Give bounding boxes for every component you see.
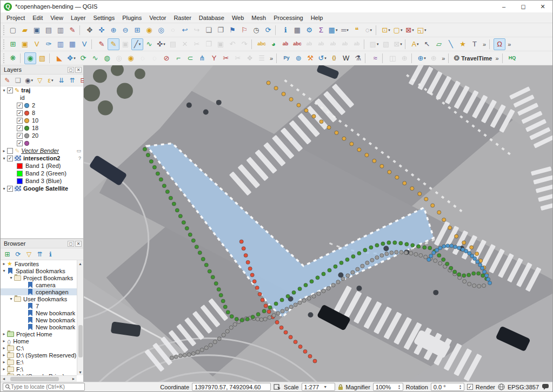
menu-project[interactable]: Project	[3, 13, 29, 22]
visibility-checkbox[interactable]: ✓	[7, 87, 13, 93]
pin-labels-button[interactable]: ab	[303, 38, 315, 50]
edit-mesh-button[interactable]: ▨▾	[368, 38, 380, 50]
select-annotation-button[interactable]: ↖	[421, 38, 433, 50]
zoom-last-button[interactable]: ↩	[179, 24, 191, 36]
expand-all-button[interactable]: ⇊	[56, 75, 66, 85]
text-annotation-button[interactable]: T	[469, 38, 481, 50]
legend-class-10[interactable]: ✓10	[1, 117, 83, 124]
close-button[interactable]: ✕	[533, 1, 552, 12]
move-label-button[interactable]: ab	[327, 38, 339, 50]
rotate-feature-button[interactable]: ⟳	[77, 52, 89, 64]
digitize-with-segment-button[interactable]: ╱▾	[131, 38, 143, 50]
browser-item-bookmark-new-1[interactable]: New bookmark	[1, 309, 83, 316]
expander-icon[interactable]: ▸	[1, 360, 7, 364]
python-console-button[interactable]: Py	[281, 52, 292, 64]
locator-search[interactable]	[3, 383, 85, 391]
pan-to-selection-button[interactable]: ✜	[96, 24, 108, 36]
fill-ring-button[interactable]: ◉	[125, 52, 137, 64]
expander-icon[interactable]: ▾	[8, 296, 14, 301]
layer-google-satellite[interactable]: ▾✓Google Satellite	[1, 185, 83, 192]
browser-item-bookmark-camera[interactable]: camera	[1, 281, 83, 288]
band-2-green[interactable]: Band 2 (Green)	[1, 170, 83, 177]
visibility-checkbox[interactable]: ✓	[17, 110, 23, 116]
identify-features-button[interactable]: ℹ	[279, 24, 291, 36]
rotate-point-symbols-button[interactable]: ❖	[244, 52, 256, 64]
redo-button[interactable]: ↷	[238, 38, 250, 50]
vertex-tool-button[interactable]: ✜▾	[155, 38, 167, 50]
style-manager-button[interactable]: ✎	[66, 24, 78, 36]
expander-icon[interactable]: ▸	[1, 261, 7, 266]
save-project-button[interactable]: ▣	[31, 24, 43, 36]
search-tool-button[interactable]: ◌▾	[363, 24, 375, 36]
undo-button[interactable]: ↶	[226, 38, 238, 50]
browser-horizontal-scrollbar[interactable]: ◄►	[1, 375, 77, 382]
browser-item-project-home[interactable]: ▸Project Home	[1, 330, 83, 337]
osgeo-help-button[interactable]: ⊚	[292, 52, 304, 64]
snapping-toggle-button[interactable]: Ω	[494, 38, 505, 50]
toolbar-overflow-button[interactable]: »	[481, 41, 488, 48]
deselect-all-button[interactable]: ⊠▾	[404, 24, 416, 36]
add-ring-button[interactable]: ◍	[101, 52, 113, 64]
browser-undock-button[interactable]: ◻	[68, 241, 74, 247]
browser-item-drive-f[interactable]: ▸F:\	[1, 366, 83, 373]
lock-icon[interactable]	[338, 384, 343, 390]
zoom-to-layer-button[interactable]: ◎	[155, 24, 167, 36]
filter-browser-button[interactable]: ▽	[24, 249, 34, 259]
statistical-summary-button[interactable]: Σ	[315, 24, 327, 36]
show-hidden-labels-button[interactable]: ab	[315, 38, 327, 50]
visibility-checkbox[interactable]	[7, 148, 13, 154]
coordinate-input[interactable]: 1397970.57, 7492094.60	[192, 383, 271, 391]
menu-web[interactable]: Web	[228, 13, 248, 22]
menu-layer[interactable]: Layer	[67, 13, 90, 22]
expander-icon[interactable]: ▸	[1, 332, 7, 336]
filter-by-expression-button[interactable]: ε▾	[45, 75, 56, 85]
new-print-layout-button[interactable]: ▤	[43, 24, 55, 36]
band-3-blue[interactable]: Band 3 (Blue)	[1, 177, 83, 185]
select-features-button[interactable]: ⊡▾	[380, 24, 392, 36]
expander-icon[interactable]: ▾	[1, 156, 7, 161]
wkt-tools-button[interactable]: W	[340, 52, 352, 64]
line-annotation-button[interactable]: ╲	[445, 38, 457, 50]
browser-item-spatial-bookmarks[interactable]: ▾Spatial Bookmarks	[1, 267, 83, 274]
plugin-builder-button[interactable]: ⚒	[304, 52, 316, 64]
zoom-out-button[interactable]: ⊖	[119, 24, 131, 36]
split-parts-button[interactable]: Y	[208, 52, 220, 64]
rotate-label-button[interactable]: ab	[339, 38, 351, 50]
annotation-layer-button[interactable]: A▾	[409, 38, 421, 50]
legend-class-2[interactable]: ✓2	[1, 102, 83, 109]
menu-processing[interactable]: Processing	[270, 13, 307, 22]
statistics-panel-button[interactable]: ▦	[291, 24, 303, 36]
new-virtual-layer-button[interactable]: V	[78, 38, 90, 50]
expander-icon[interactable]: ▸	[1, 367, 7, 371]
browser-item-favorites[interactable]: ▸★Favorites	[1, 260, 83, 267]
legend-class-other[interactable]: ✓	[1, 139, 83, 147]
toolbar-overflow-button[interactable]: »	[493, 55, 501, 62]
browser-item-drive-d[interactable]: ▸D:\ (System Reserved)	[1, 352, 83, 359]
browser-item-drive-c[interactable]: ▸C:\	[1, 344, 83, 352]
zoom-to-feature-button[interactable]: ◉	[24, 52, 36, 64]
show-layout-manager-button[interactable]: ▥	[55, 24, 66, 36]
spinner-arrows-icon[interactable]: ▲▼	[398, 384, 401, 390]
layer-badge-icon[interactable]: ?	[78, 156, 82, 161]
processing-toolbox-button[interactable]: ⚙	[303, 24, 315, 36]
visibility-checkbox[interactable]: ✓	[7, 156, 13, 161]
current-edits-button[interactable]: ✎	[96, 38, 108, 50]
offset-curve-button[interactable]: ⊂	[184, 52, 196, 64]
cut-features-button[interactable]: ✂	[191, 38, 203, 50]
browser-item-project-bookmarks[interactable]: ▾Project Bookmarks	[1, 274, 83, 281]
visibility-checkbox[interactable]: ✓	[17, 133, 23, 139]
attribute-table-button[interactable]: ▦▾	[327, 24, 339, 36]
measure-button[interactable]: ═▾	[339, 24, 351, 36]
expander-icon[interactable]: ▾	[1, 88, 7, 93]
share-plugin-button[interactable]: ❋	[7, 52, 19, 64]
manage-map-themes-button[interactable]: ◉▾	[24, 75, 34, 85]
open-layer-styling-button[interactable]: ✎	[2, 75, 12, 85]
new-memory-layer-button[interactable]: ▥	[55, 38, 66, 50]
zoom-to-selection-button[interactable]: ◉	[143, 24, 155, 36]
add-selected-layers-button[interactable]: ⊞	[2, 249, 12, 259]
delete-ring-button[interactable]: ◌	[137, 52, 149, 64]
advanced-digitizing-panel-button[interactable]: ◣	[54, 52, 65, 64]
toolbar-overflow-button[interactable]: »	[439, 55, 447, 62]
browser-item-bookmark-7[interactable]: 7	[1, 302, 83, 309]
select-by-value-button[interactable]: ▢▾	[392, 24, 404, 36]
